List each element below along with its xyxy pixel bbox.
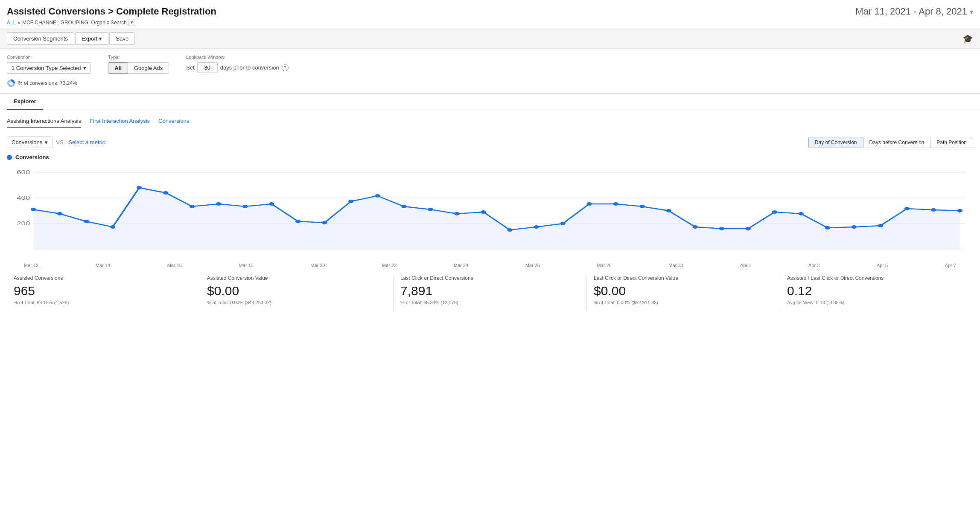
breadcrumb-dropdown-icon[interactable]: ▾: [128, 19, 135, 26]
svg-point-1: [9, 81, 13, 85]
vs-label: VS.: [56, 139, 65, 145]
svg-point-18: [242, 205, 248, 208]
svg-point-21: [322, 221, 327, 224]
type-buttons: All Google Ads: [108, 62, 169, 74]
stat-cell-1: Assisted Conversion Value $0.00 % of Tot…: [200, 275, 394, 312]
chart-container: 600 400 200: [7, 164, 973, 258]
x-label-6: Mar 24: [454, 263, 468, 268]
toolbar: Conversion Segments Export ▾ Save 🎓: [0, 29, 980, 49]
metric-dropdown[interactable]: Conversions ▾: [7, 137, 52, 148]
type-google-ads-button[interactable]: Google Ads: [128, 62, 169, 74]
svg-point-13: [110, 225, 115, 229]
svg-point-12: [84, 220, 89, 223]
type-all-button[interactable]: All: [108, 62, 128, 74]
x-label-2: Mar 16: [167, 263, 182, 268]
stat-sub-4: Avg for View: 0.13 (-3.35%): [787, 300, 966, 305]
stat-cell-0: Assisted Conversions 965 % of Total: 63.…: [7, 275, 200, 312]
svg-point-44: [931, 208, 936, 212]
lookback-suffix: days prior to conversion: [220, 64, 279, 71]
svg-point-11: [57, 212, 62, 215]
stat-value-3: $0.00: [594, 284, 773, 298]
type-control: Type: All Google Ads: [108, 55, 169, 74]
lookback-help-icon[interactable]: ?: [282, 64, 289, 71]
stat-value-4: 0.12: [787, 284, 966, 298]
sub-tabs: Assisting Interactions Analysis First In…: [7, 115, 973, 132]
svg-point-16: [190, 205, 195, 208]
metric-dropdown-icon: ▾: [45, 139, 48, 145]
pct-conversions-row: % of conversions: 73.24%: [7, 79, 91, 87]
svg-point-10: [31, 208, 36, 211]
date-range-text: Mar 11, 2021 - Apr 8, 2021: [855, 6, 967, 17]
stat-label-3: Last Click or Direct Conversion Value: [594, 275, 773, 281]
x-label-11: Apr 3: [808, 263, 820, 268]
stat-sub-3: % of Total: 0.00% ($52,911.82): [594, 300, 773, 305]
conversion-value: 1 Conversion Type Selected: [12, 65, 81, 71]
stat-sub-0: % of Total: 63.15% (1,528): [14, 300, 193, 305]
svg-point-29: [534, 225, 539, 229]
lookback-control: Lookback Window: Set days prior to conve…: [186, 55, 289, 73]
svg-text:200: 200: [17, 221, 30, 226]
svg-point-15: [163, 191, 168, 195]
svg-point-36: [719, 227, 724, 230]
export-dropdown-icon: ▾: [99, 35, 102, 42]
export-label: Export: [82, 35, 98, 42]
x-axis-labels: Mar 12 Mar 14 Mar 16 Mar 18 Mar 20 Mar 2…: [7, 261, 973, 268]
select-metric-link[interactable]: Select a metric: [68, 139, 105, 145]
lookback-row: Set days prior to conversion ?: [186, 62, 289, 73]
pct-conversions-text: % of conversions: 73.24%: [18, 80, 77, 86]
view-days-before-conversion[interactable]: Days before Conversion: [863, 137, 931, 148]
svg-point-24: [401, 205, 406, 208]
conversion-dropdown-arrow: ▾: [83, 65, 86, 71]
svg-text:600: 600: [17, 169, 30, 175]
chart-svg: 600 400 200: [7, 164, 973, 258]
sub-tab-first-interaction[interactable]: First Interaction Analysis: [90, 115, 150, 128]
svg-point-39: [799, 212, 804, 215]
svg-point-27: [481, 210, 486, 214]
breadcrumb-all-link[interactable]: ALL: [7, 20, 16, 26]
chart-view-buttons: Day of Conversion Days before Conversion…: [808, 137, 973, 148]
svg-point-40: [825, 226, 830, 230]
x-label-0: Mar 12: [24, 263, 38, 268]
help-icon[interactable]: 🎓: [962, 34, 973, 44]
lookback-set-label: Set: [186, 64, 195, 71]
stat-label-0: Assisted Conversions: [14, 275, 193, 281]
tab-explorer[interactable]: Explorer: [7, 94, 43, 110]
breadcrumb-separator: »: [18, 20, 20, 26]
svg-point-41: [852, 225, 857, 229]
stat-value-1: $0.00: [207, 284, 386, 298]
chart-legend: Conversions: [7, 152, 973, 164]
conversion-dropdown[interactable]: 1 Conversion Type Selected ▾: [7, 62, 91, 74]
conversion-segments-button[interactable]: Conversion Segments: [7, 32, 74, 45]
lookback-days-input[interactable]: [197, 62, 218, 73]
svg-point-25: [428, 208, 433, 211]
legend-dot: [7, 155, 12, 160]
controls-row: Conversion: 1 Conversion Type Selected ▾…: [7, 55, 973, 87]
svg-point-42: [878, 224, 883, 227]
svg-point-35: [693, 225, 698, 229]
svg-text:400: 400: [17, 195, 30, 200]
page-title: Assisted Conversions > Complete Registra…: [7, 6, 216, 17]
tabs-section: Explorer: [0, 94, 980, 110]
svg-point-37: [746, 227, 751, 230]
view-path-position[interactable]: Path Position: [930, 137, 973, 148]
view-day-of-conversion[interactable]: Day of Conversion: [808, 137, 863, 148]
stat-sub-1: % of Total: 0.00% ($43,253.32): [207, 300, 386, 305]
controls-section: Conversion: 1 Conversion Type Selected ▾…: [0, 49, 980, 94]
svg-point-34: [666, 209, 671, 212]
sub-tab-conversions[interactable]: Conversions: [158, 115, 189, 128]
date-range[interactable]: Mar 11, 2021 - Apr 8, 2021 ▾: [855, 6, 973, 17]
lookback-label: Lookback Window:: [186, 55, 289, 60]
export-button[interactable]: Export ▾: [75, 32, 109, 45]
type-label: Type:: [108, 55, 169, 60]
date-dropdown-icon[interactable]: ▾: [970, 8, 973, 16]
stat-label-1: Assisted Conversion Value: [207, 275, 386, 281]
svg-point-43: [904, 207, 910, 210]
sub-tab-assisting[interactable]: Assisting Interactions Analysis: [7, 115, 81, 128]
svg-point-38: [772, 210, 777, 214]
stat-value-2: 7,891: [400, 284, 580, 298]
conversion-control: Conversion: 1 Conversion Type Selected ▾…: [7, 55, 91, 87]
svg-point-33: [639, 205, 645, 208]
x-label-5: Mar 22: [382, 263, 397, 268]
x-label-7: Mar 26: [525, 263, 540, 268]
save-button[interactable]: Save: [109, 32, 135, 45]
